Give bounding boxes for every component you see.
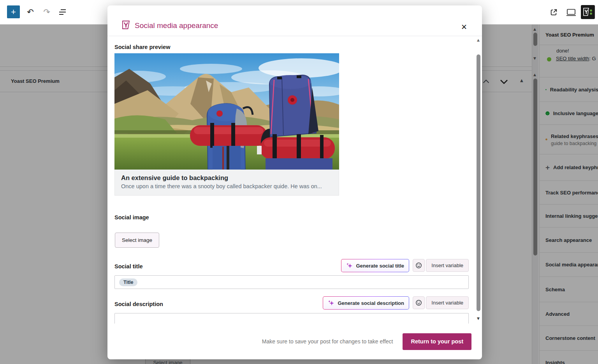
social-title-input[interactable]: Title <box>114 275 469 289</box>
social-description-input[interactable] <box>114 313 469 324</box>
list-view-icon[interactable] <box>59 9 68 16</box>
generate-description-label: Generate social description <box>338 300 404 306</box>
undo-icon[interactable]: ↶ <box>25 7 36 18</box>
yoast-sidebar-toggle[interactable] <box>581 5 595 19</box>
emoji-picker-button[interactable] <box>413 296 425 309</box>
inserter-button[interactable]: + <box>7 5 20 18</box>
insert-variable-button[interactable]: Insert variable <box>426 259 469 272</box>
modal-footer: Make sure to save your post for changes … <box>107 324 482 359</box>
generate-social-description-button[interactable]: Generate social description <box>323 296 409 310</box>
social-share-preview-card: An extensive guide to backpacking Once u… <box>114 53 339 196</box>
select-image-button[interactable]: Select image <box>115 233 159 248</box>
preview-description: Once upon a time there was a snooty boy … <box>121 183 332 189</box>
sparkle-icon <box>346 262 353 269</box>
social-preview-image <box>114 53 339 170</box>
redo-icon[interactable]: ↷ <box>41 7 52 18</box>
generate-title-label: Generate social title <box>356 263 404 269</box>
title-variable-pill[interactable]: Title <box>119 278 137 286</box>
modal-title: Social media appearance <box>135 21 218 30</box>
smiley-icon <box>415 299 422 306</box>
emoji-picker-button[interactable] <box>413 259 425 272</box>
footer-note: Make sure to save your post for changes … <box>262 338 393 345</box>
yoast-logo-icon <box>583 7 593 17</box>
scroll-down-icon[interactable]: ▼ <box>477 317 480 320</box>
social-description-label: Social description <box>114 301 163 307</box>
social-media-appearance-modal: Social media appearance ✕ Social share p… <box>107 5 482 359</box>
desktop-preview-icon[interactable] <box>566 9 576 16</box>
social-image-label: Social image <box>114 214 149 220</box>
social-title-label: Social title <box>114 263 143 270</box>
scroll-up-icon[interactable]: ▲ <box>477 38 480 42</box>
modal-header: Social media appearance <box>107 5 482 36</box>
preview-title: An extensive guide to backpacking <box>121 174 332 182</box>
close-icon[interactable]: ✕ <box>461 23 467 31</box>
generate-social-title-button[interactable]: Generate social title <box>341 259 409 272</box>
sparkle-icon <box>328 300 334 306</box>
share-preview-label: Social share preview <box>114 44 170 50</box>
return-to-post-button[interactable]: Return to your post <box>403 333 471 350</box>
yoast-logo-icon <box>121 20 131 30</box>
preview-external-link-icon[interactable] <box>550 8 558 16</box>
preview-text-block: An extensive guide to backpacking Once u… <box>114 170 339 196</box>
smiley-icon <box>415 262 422 269</box>
insert-variable-button[interactable]: Insert variable <box>426 296 469 309</box>
modal-scrollbar-thumb[interactable] <box>477 54 480 311</box>
modal-scrollbar-track[interactable]: ▲ ▼ <box>475 36 482 324</box>
